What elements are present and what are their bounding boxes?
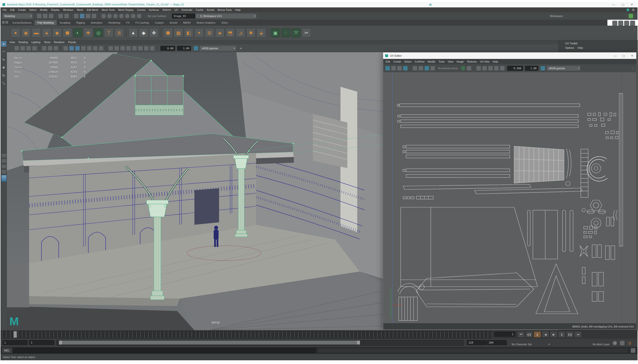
vp-view-transform-icon[interactable] [193,46,198,51]
select-face-icon[interactable] [131,14,136,18]
vp-wireframe-icon[interactable] [63,46,68,51]
mirror-icon[interactable]: ⬙ [257,28,266,38]
poly-plane-icon[interactable]: ⬟ [63,28,72,38]
redo-icon[interactable] [64,14,69,18]
target-weld-icon[interactable]: ✱ [246,28,256,38]
smooth-icon[interactable]: ◧ [184,28,193,38]
select-tool-icon[interactable]: ➤ [1,41,7,46]
uv-tb-image-icon[interactable] [461,66,466,71]
combine-icon[interactable]: ⬢ [163,28,173,38]
menu-surfaces[interactable]: Surfaces [149,8,159,11]
poly-svg-icon[interactable]: ≣ [115,28,124,38]
uv-tb-filter-icon[interactable] [467,66,471,71]
uv-tb-sew-icon[interactable] [482,66,487,71]
bridge-icon[interactable]: ⬒ [225,28,235,38]
vp-gate-mask-icon[interactable] [144,46,149,51]
shelf-tab-fx-caching[interactable]: FX Caching [133,20,152,25]
script-editor-icon[interactable] [630,348,635,353]
rotate-tool-icon[interactable]: ↻ [1,73,7,78]
menu-mesh-tools[interactable]: Mesh Tools [102,8,115,11]
auto-keyframe-icon[interactable]: ⚷ [627,340,632,346]
current-time-marker[interactable] [14,331,17,338]
animation-start-field[interactable]: 1 [3,340,28,345]
uv-editor-maximize-button[interactable]: ▢ [619,54,628,58]
uv-tb-grid-icon[interactable] [385,66,390,71]
uv-editor-close-button[interactable]: ✕ [628,54,636,58]
vp-oversca-icon[interactable] [54,46,59,51]
poly-sphere-icon[interactable]: ● [11,28,20,38]
go-to-end-button[interactable]: ⏭ [574,331,582,338]
select-object-icon[interactable] [107,14,112,18]
poly-plus-icon[interactable]: ✚ [83,28,93,38]
vp-textured-icon[interactable] [75,46,80,51]
vp-image-plane-icon[interactable] [42,46,47,51]
shelf-tab-fx[interactable]: FX [123,20,133,25]
minimize-button[interactable]: — [609,3,618,6]
uv-menu-image[interactable]: Image [457,60,464,63]
uv-editor-titlebar[interactable]: UV Editor — ▢ ✕ [383,52,636,59]
vp-bookmark-icon[interactable] [32,46,37,51]
uv-tb-layout-icon[interactable] [494,66,499,71]
scene-name-field[interactable]: Stage_01 [172,14,195,18]
vp-gamma-field[interactable]: 1.00 [177,46,191,51]
uv-toolbar-overflow-icon[interactable]: ⋮ [631,66,634,70]
menu-help[interactable]: Help [235,8,240,11]
vp-select-camera-icon[interactable] [14,46,19,51]
shelf-tab-mash[interactable]: MASH [180,20,193,25]
uv-gamma-field[interactable]: 1.00 [525,66,538,71]
uv-tb-uv-distortion-icon[interactable] [418,66,423,71]
shelf-tab-motion-graphics[interactable]: Motion Graphics [194,20,218,25]
snap-grid-icon[interactable] [74,14,79,18]
uv-menu-help[interactable]: Help [493,60,498,63]
range-handle-left[interactable] [59,340,62,344]
select-edge-icon[interactable] [125,14,130,18]
quad-draw-icon[interactable]: ✥ [149,28,159,38]
menu-modify[interactable]: Modify [40,8,48,11]
play-backwards-button[interactable]: ◀ [542,331,549,338]
scale-tool-icon[interactable]: ⤡ [1,80,7,86]
menu-curves[interactable]: Curves [137,8,145,11]
step-back-frame-button[interactable]: ❮❮ [525,331,533,338]
uv-tb-align-icon[interactable] [500,66,505,71]
shelf-tab-sculpting[interactable]: Sculpting [57,20,73,25]
uv-planar-icon[interactable]: ▣ [271,28,280,38]
uv-view-transform-icon[interactable] [540,66,545,71]
play-forwards-button[interactable]: ▶ [550,331,557,338]
shelf-tab-rigging[interactable]: Rigging [73,20,88,25]
playback-options-icon[interactable]: ◷ [612,340,617,346]
shelf-tab-curves-surfaces[interactable]: Curves/Surfaces [9,20,35,25]
workspace-save-icon[interactable] [629,14,633,18]
poly-cone-icon[interactable]: ▲ [42,28,51,38]
humanik-toggle-icon[interactable] [618,21,623,26]
command-line-input[interactable] [13,348,316,353]
shelf-tab-rendering[interactable]: Rendering [105,20,123,25]
vp-resolution-gate-icon[interactable] [138,46,143,51]
go-to-start-button[interactable]: ⏮ [517,331,525,338]
uv-menu-uv-sets[interactable]: UV Sets [480,60,489,63]
uv-tb-cut-icon[interactable] [476,66,481,71]
snap-plane-icon[interactable] [92,14,97,18]
animation-end-field[interactable]: 200 [487,340,507,345]
shelf-tab-animation[interactable]: Animation [88,20,105,25]
time-slider[interactable] [2,331,492,338]
vp-safe-action-icon[interactable] [150,46,155,51]
snap-curve-icon[interactable] [80,14,85,18]
uv-menu-create[interactable]: Create [393,60,401,63]
uv-menu-modify[interactable]: Modify [428,60,435,63]
layout-persp-uv-button[interactable] [1,170,7,174]
uv-tb-isolate-icon[interactable] [413,66,417,71]
poly-type-icon[interactable]: T [104,28,114,38]
save-scene-icon[interactable] [49,14,54,18]
vp-toolbar-close-icon[interactable]: ✕ [240,47,242,50]
menu-deform[interactable]: Deform [163,8,171,11]
menu-mesh-display[interactable]: Mesh Display [118,8,134,11]
shelf-tab-xgen[interactable]: XGen [218,20,231,25]
menubar-options-icon[interactable] [632,9,634,11]
uv-menu-select[interactable]: Select [404,60,412,63]
vp-lights-icon[interactable] [81,46,86,51]
uv-tb-shade-icon[interactable] [430,66,435,71]
layout-current-button[interactable] [1,175,7,182]
vp-film-gate-icon[interactable] [132,46,137,51]
attribute-editor-toggle-icon[interactable] [624,21,629,26]
snap-point-icon[interactable] [86,14,91,18]
